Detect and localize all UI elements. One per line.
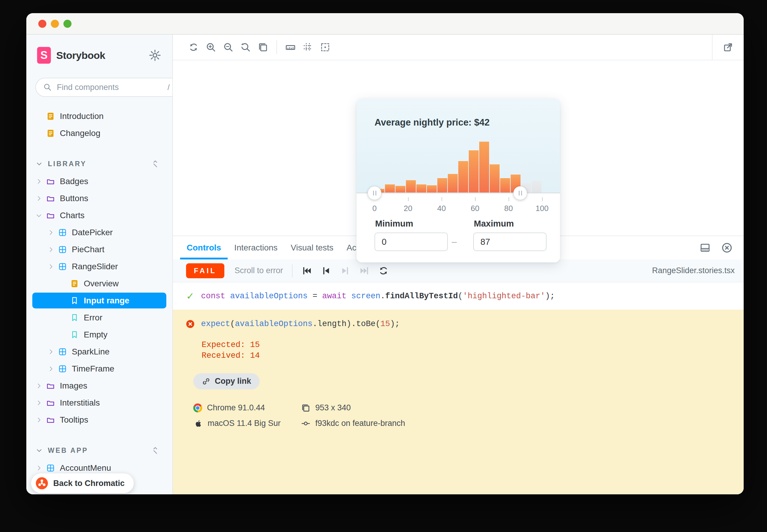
go-forward-button xyxy=(340,265,351,276)
close-window-button[interactable] xyxy=(38,20,46,28)
close-panel-button[interactable] xyxy=(721,242,733,254)
chrome-icon xyxy=(193,403,202,412)
scroll-to-error-button[interactable]: Scroll to error xyxy=(235,266,283,275)
component-icon xyxy=(58,347,67,356)
collapse-expand-icon[interactable] xyxy=(151,159,159,168)
open-in-new-tab-button[interactable] xyxy=(712,35,744,60)
sidebar-item-changelog[interactable]: Changelog xyxy=(26,125,172,142)
tab-visual-tests[interactable]: Visual tests xyxy=(284,236,340,259)
axis-tick-label: 100 xyxy=(530,204,554,213)
component-tree: IntroductionChangelog LIBRARY BadgesButt… xyxy=(26,108,172,494)
viewport-icon xyxy=(301,403,311,413)
collapse-expand-icon[interactable] xyxy=(151,446,159,455)
sidebar-item-sparkline[interactable]: SparkLine xyxy=(26,343,172,360)
section-header-library[interactable]: LIBRARY xyxy=(26,155,172,173)
histogram-bar-highlighted xyxy=(500,178,510,193)
panel-position-button[interactable] xyxy=(699,242,711,253)
chevron-right-icon[interactable] xyxy=(35,464,42,472)
chevron-right-icon[interactable] xyxy=(47,263,54,270)
slider-handle-max[interactable] xyxy=(513,186,527,200)
chevron-right-icon[interactable] xyxy=(47,365,54,372)
sidebar-item-timeframe[interactable]: TimeFrame xyxy=(26,360,172,377)
chromatic-logo-icon xyxy=(35,477,48,490)
sidebar-item-input-range[interactable]: Input range xyxy=(26,292,172,309)
histogram-bar-highlighted xyxy=(479,142,489,193)
doc-icon xyxy=(46,112,55,121)
sidebar-item-rangeslider[interactable]: RangeSlider xyxy=(26,258,172,275)
folder-icon xyxy=(46,211,55,220)
canvas-toolbar xyxy=(173,35,744,60)
axis-tick-label: 80 xyxy=(496,204,520,213)
component-icon xyxy=(46,464,55,473)
search-box[interactable]: / xyxy=(35,78,173,97)
zoom-reset-icon[interactable] xyxy=(237,39,254,56)
minimum-input[interactable] xyxy=(375,233,448,251)
search-shortcut-hint: / xyxy=(167,83,169,92)
bookmark-icon xyxy=(70,296,79,305)
copy-link-button[interactable]: Copy link xyxy=(193,373,260,389)
sidebar-item-images[interactable]: Images xyxy=(26,377,172,394)
outline-icon[interactable] xyxy=(317,39,334,56)
axis-tick xyxy=(542,197,543,201)
go-to-start-button[interactable] xyxy=(302,265,312,276)
tab-controls[interactable]: Controls xyxy=(180,236,228,259)
axis-tick-label: 20 xyxy=(396,204,420,213)
axis-tick-label: 60 xyxy=(463,204,487,213)
remount-icon[interactable] xyxy=(185,39,202,56)
chevron-right-icon[interactable] xyxy=(35,416,42,424)
storybook-logo: S xyxy=(37,47,51,64)
chevron-right-icon[interactable] xyxy=(35,178,42,185)
pass-check-icon: ✓ xyxy=(185,291,195,301)
sidebar-item-piechart[interactable]: PieChart xyxy=(26,241,172,258)
search-input[interactable] xyxy=(57,83,163,92)
histogram-bar-highlighted xyxy=(416,184,426,193)
settings-gear-icon[interactable] xyxy=(148,49,161,62)
sidebar-item-error[interactable]: Error xyxy=(26,309,172,326)
section-header-web-app[interactable]: WEB APP xyxy=(26,441,172,459)
chart-title: Average nightly price: $42 xyxy=(375,117,490,128)
go-back-button[interactable] xyxy=(321,265,331,276)
sidebar-item-datepicker[interactable]: DatePicker xyxy=(26,224,172,241)
axis-tick xyxy=(475,197,476,201)
chevron-right-icon[interactable] xyxy=(35,382,42,389)
zoom-out-icon[interactable] xyxy=(220,39,237,56)
grid-icon[interactable] xyxy=(299,39,317,56)
tab-interactions[interactable]: Interactions xyxy=(228,236,284,259)
chevron-right-icon[interactable] xyxy=(47,246,54,253)
zoom-window-button[interactable] xyxy=(63,20,71,28)
folder-icon xyxy=(46,415,55,424)
sidebar-item-badges[interactable]: Badges xyxy=(26,173,172,190)
rerun-button[interactable] xyxy=(378,265,389,276)
bookmark-icon xyxy=(70,330,79,339)
range-slider-track[interactable] xyxy=(357,192,560,193)
sidebar-item-activitylist[interactable]: ActivityList xyxy=(26,493,172,494)
sidebar-item-introduction[interactable]: Introduction xyxy=(26,108,172,125)
sidebar-item-charts[interactable]: Charts xyxy=(26,207,172,224)
sidebar-item-interstitials[interactable]: Interstitials xyxy=(26,394,172,411)
maximum-input[interactable] xyxy=(473,233,546,251)
viewport-icon[interactable] xyxy=(254,39,272,56)
received-value: Received: 14 xyxy=(202,350,731,361)
chevron-right-icon[interactable] xyxy=(47,229,54,236)
histogram-bar-highlighted xyxy=(395,186,405,193)
app-window: S Storybook / IntroductionChangelog LIBR… xyxy=(26,13,744,494)
sidebar-item-empty[interactable]: Empty xyxy=(26,326,172,343)
commit-icon xyxy=(301,419,311,428)
measure-icon[interactable] xyxy=(282,39,299,56)
zoom-in-icon[interactable] xyxy=(202,39,220,56)
chevron-down-icon[interactable] xyxy=(35,212,42,219)
histogram-bar-highlighted xyxy=(427,185,437,193)
copy-link-label: Copy link xyxy=(215,377,251,386)
chevron-right-icon[interactable] xyxy=(47,348,54,355)
slider-handle-min[interactable] xyxy=(368,186,381,200)
chevron-right-icon[interactable] xyxy=(35,399,42,406)
minimize-window-button[interactable] xyxy=(51,20,59,28)
sidebar-item-overview[interactable]: Overview xyxy=(26,275,172,292)
search-icon xyxy=(43,83,52,92)
chevron-right-icon[interactable] xyxy=(35,195,42,202)
component-icon xyxy=(58,262,67,271)
sidebar-item-buttons[interactable]: Buttons xyxy=(26,190,172,207)
axis-tick xyxy=(408,197,409,201)
sidebar-item-tooltips[interactable]: Tooltips xyxy=(26,411,172,428)
back-to-chromatic-button[interactable]: Back to Chromatic xyxy=(31,473,134,493)
